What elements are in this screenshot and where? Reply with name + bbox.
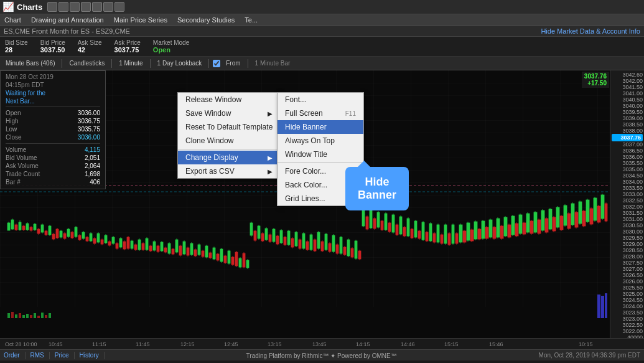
hide-market-data[interactable]: Hide Market Data & Account Info (541, 27, 640, 35)
submenu-sep (278, 163, 363, 163)
ctx-change-display-label: Change Display (185, 153, 238, 162)
time-label-12: 15:46 (489, 341, 503, 347)
toolbar-sep-1 (62, 59, 62, 68)
toolbar-from[interactable]: From (223, 59, 243, 68)
ask-price-label: Ask Price (114, 39, 141, 46)
instrument-info: ES,CME Front Month for ES - ESZ9,CME (4, 27, 130, 35)
info-bar: Bid Size 28 Bid Price 3037.50 Ask Size 4… (0, 37, 644, 57)
status-order[interactable]: Order (4, 352, 20, 359)
ctx-export-arrow: ▶ (268, 168, 273, 175)
menu-chart[interactable]: Chart (2, 16, 23, 24)
submenu-grid-lines-label: Grid Lines... (285, 194, 325, 203)
title-bar: 📈 Charts (0, 0, 644, 14)
status-divider-3 (74, 352, 75, 359)
time-label-5: 12:15 (180, 341, 195, 347)
ctx-sep-1 (178, 149, 280, 149)
ctx-clone-window[interactable]: Clone Window (178, 134, 280, 148)
menu-bar: Chart Drawing and Annotation Main Price … (0, 14, 644, 26)
toolbar-from-checkbox[interactable] (213, 60, 220, 67)
time-label-10: 14:46 (401, 341, 415, 347)
status-price[interactable]: Price (55, 352, 69, 359)
toolbar-minute-bars[interactable]: Minute Bars (406) (2, 59, 58, 68)
ask-price-group: Ask Price 3037.75 (114, 39, 141, 54)
toolbar-sep-2 (111, 59, 112, 68)
menu-te[interactable]: Te... (243, 16, 259, 24)
time-label-6: 12:45 (224, 341, 238, 347)
chart-area[interactable]: Mon 28 Oct 2019 04:15pm EDT Waiting for … (0, 70, 644, 338)
submenu-window-title[interactable]: Window Title (278, 148, 363, 161)
menu-secondary[interactable]: Secondary Studies (175, 16, 236, 24)
ctx-save-window[interactable]: Save Window ▶ (178, 106, 280, 120)
submenu-hide-banner-label: Hide Banner (285, 123, 327, 131)
submenu-window-title-label: Window Title (285, 150, 327, 159)
bid-size-group: Bid Size 28 (5, 39, 28, 54)
toolbar-candlesticks[interactable]: Candlesticks (66, 59, 108, 68)
submenu-always-on-top[interactable]: Always On Top (278, 134, 363, 148)
status-center-text: Trading Platform by Rithmic™ ✦ Powered b… (246, 352, 397, 359)
context-menu[interactable]: Release Window Save Window ▶ Reset To De… (177, 92, 281, 179)
bid-price-label: Bid Price (40, 39, 65, 46)
submenu-fullscreen[interactable]: Full Screen F11 (278, 106, 363, 120)
submenu-font-label: Font... (285, 95, 306, 104)
toolbar-btn-7[interactable] (114, 2, 124, 12)
toolbar-btn-6[interactable] (103, 2, 113, 12)
status-rms[interactable]: RMS (30, 352, 44, 359)
status-history[interactable]: History (80, 352, 99, 359)
toolbar-btn-4[interactable] (81, 2, 91, 12)
bid-price-group: Bid Price 3037.50 (40, 39, 65, 54)
toolbar-btn-5[interactable] (92, 2, 102, 12)
bid-price-value: 3037.50 (40, 46, 65, 54)
tooltip-line2: Banner (358, 189, 396, 201)
menu-drawing[interactable]: Drawing and Annotation (29, 16, 106, 24)
ctx-change-display-arrow: ▶ (268, 154, 273, 161)
time-label-4: 11:45 (136, 341, 150, 347)
app-logo: 📈 Charts (2, 1, 42, 12)
app-title: Charts (17, 2, 42, 12)
ctx-release-window[interactable]: Release Window (178, 93, 280, 106)
toolbar-sep-5 (248, 59, 248, 68)
bid-size-value: 28 (5, 46, 28, 54)
toolbar-sep-4 (208, 59, 209, 68)
submenu-fullscreen-shortcut: F11 (345, 110, 356, 117)
submenu-hide-banner[interactable]: Hide Banner (278, 120, 363, 134)
time-label-9: 14:15 (356, 341, 370, 347)
time-axis: Oct 28 10:00 10:45 11:15 11:45 12:15 12:… (0, 338, 644, 349)
context-menu-overlay[interactable]: Release Window Save Window ▶ Reset To De… (0, 70, 644, 338)
menu-main-price[interactable]: Main Price Series (112, 16, 169, 24)
submenu-back-color-label: Back Color... (285, 181, 327, 189)
submenu-fore-color-label: Fore Color... (285, 167, 326, 176)
time-label-1: Oct 28 10:00 (5, 341, 37, 347)
ctx-change-display[interactable]: Change Display ▶ (178, 151, 280, 164)
status-center: Trading Platform by Rithmic™ ✦ Powered b… (110, 352, 534, 359)
toolbar: Minute Bars (406) Candlesticks 1 Minute … (0, 57, 644, 70)
ctx-reset-label: Reset To Default Template (185, 123, 273, 131)
toolbar-sep-3 (150, 59, 151, 68)
toolbar-btn-1[interactable] (47, 2, 57, 12)
ctx-save-arrow: ▶ (268, 110, 273, 117)
time-label-7: 13:15 (268, 341, 282, 347)
market-mode-label: Market Mode (153, 39, 189, 46)
market-mode-group: Market Mode Open (153, 39, 189, 54)
ask-size-group: Ask Size 42 (78, 39, 102, 54)
time-label-11: 15:15 (444, 341, 459, 347)
status-timestamp: Mon, Oct 28, 2019 04:36:39 pm EDT (539, 352, 640, 359)
status-divider-1 (25, 352, 26, 359)
ctx-export-label: Export as CSV (185, 167, 235, 176)
toolbar-btn-3[interactable] (70, 2, 80, 12)
status-divider-4 (104, 352, 105, 359)
toolbar-bar-desc: 1 Minute Bar (252, 59, 294, 68)
app-icon: 📈 (2, 1, 14, 12)
ask-size-label: Ask Size (78, 39, 102, 46)
ctx-reset-template[interactable]: Reset To Default Template (178, 120, 280, 134)
status-divider-2 (49, 352, 50, 359)
time-label-3: 11:15 (92, 341, 106, 347)
ask-size-value: 42 (78, 46, 102, 54)
toolbar-lookback[interactable]: 1 Day Lookback (154, 59, 205, 68)
tooltip-hide-banner: Hide Banner (345, 167, 409, 210)
account-bar: ES,CME Front Month for ES - ESZ9,CME Hid… (0, 26, 644, 37)
toolbar-1min[interactable]: 1 Minute (116, 59, 146, 68)
ctx-export-csv[interactable]: Export as CSV ▶ (178, 164, 280, 178)
toolbar-btn-2[interactable] (58, 2, 68, 12)
ctx-save-label: Save Window (185, 109, 231, 118)
submenu-font[interactable]: Font... (278, 93, 363, 106)
